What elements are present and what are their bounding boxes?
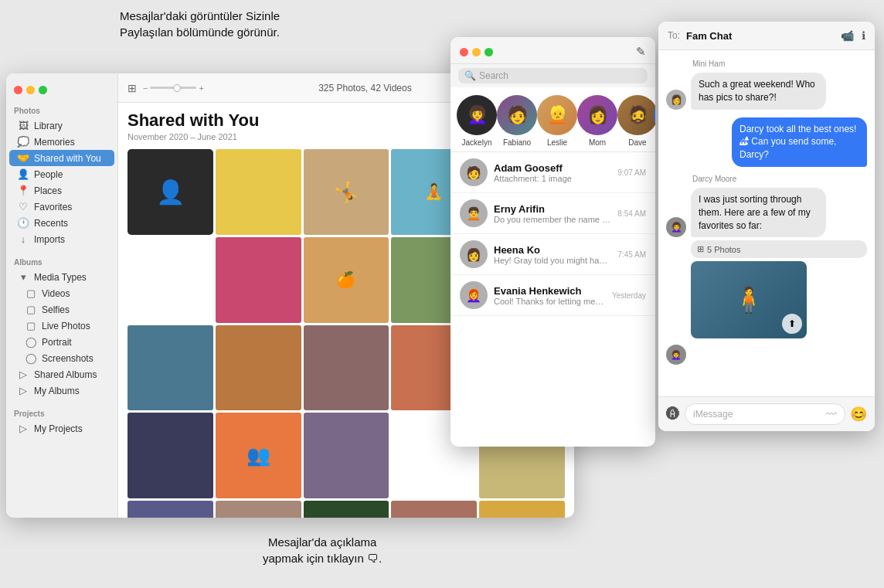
msg-row-received: 👩 Such a great weekend! Who has pics to …	[666, 73, 867, 110]
zoom-slider[interactable]: − +	[143, 83, 204, 93]
pinned-jackelyn[interactable]: 👩‍🦱 Jackelyn	[457, 95, 497, 147]
sidebar-item-places[interactable]: 📍 Places	[9, 182, 114, 199]
sidebar-section-albums: Albums	[6, 253, 117, 269]
photo-cell[interactable]: 🎈	[391, 501, 477, 518]
avatar-leslie: 👱	[537, 95, 577, 135]
close-button[interactable]	[14, 86, 22, 94]
photos-attachment-label[interactable]: ⊞ 5 Photos	[691, 240, 867, 258]
sidebar-item-media-types[interactable]: ▾ Media Types	[9, 269, 114, 285]
pinned-fabiano[interactable]: 🧑 Fabiano	[497, 95, 537, 147]
photo-cell[interactable]: 🍊	[304, 237, 389, 323]
pinned-dave[interactable]: 🧔 Dave	[617, 95, 655, 147]
shared-albums-icon: ▷	[17, 369, 29, 380]
photo-cell[interactable]: 🏊	[479, 501, 565, 518]
chat-header-icons: 📹 ℹ	[841, 29, 865, 42]
pinned-leslie[interactable]: 👱 Leslie	[537, 95, 577, 147]
photo-thumbnail[interactable]: 🧍 ⬆	[691, 261, 807, 338]
avatar-darcy: 👩‍🦱	[666, 217, 686, 237]
sidebar-item-my-albums[interactable]: ▷ My Albums	[9, 382, 114, 399]
to-label: To:	[668, 30, 680, 41]
avatar-evania: 👩‍🦰	[460, 281, 488, 309]
maximize-button[interactable]	[39, 86, 47, 94]
projects-icon: ▷	[17, 423, 29, 434]
avatar-fabiano: 🧑	[497, 95, 537, 135]
bubble-sent: Darcy took all the best ones! 🏕 Can you …	[732, 117, 867, 167]
disclosure-icon: ▾	[17, 271, 29, 283]
my-albums-icon: ▷	[17, 385, 29, 396]
avatar-mom: 👩	[577, 95, 617, 135]
messages-close[interactable]	[460, 48, 468, 56]
photos-grid-icon: ⊞	[697, 244, 704, 254]
chat-header: To: Fam Chat 📹 ℹ	[658, 22, 875, 50]
selfies-icon: ▢	[25, 304, 37, 315]
apps-icon[interactable]: 🅐	[666, 406, 680, 423]
annotation-bottom: Mesajlar'da açıklama yapmak için tıklayı…	[263, 534, 382, 566]
photo-cell[interactable]	[128, 501, 213, 518]
bubble-mini-ham: Such a great weekend! Who has pics to sh…	[691, 73, 826, 110]
recents-icon: 🕐	[17, 217, 29, 229]
conv-heena[interactable]: 👩 Heena Ko Hey! Gray told you might have…	[450, 234, 655, 275]
conv-evania[interactable]: 👩‍🦰 Evania Henkewich Cool! Thanks for le…	[450, 275, 655, 316]
sidebar-item-shared-with-you[interactable]: 🤝 Shared with You	[9, 150, 114, 166]
photo-cell[interactable]: 🧍	[216, 501, 301, 518]
sidebar: Photos 🖼 Library 💭 Memories 🤝 Shared wit…	[6, 73, 118, 518]
msg-group-mini-ham: Mini Ham 👩 Such a great weekend! Who has…	[666, 59, 867, 110]
places-icon: 📍	[17, 185, 29, 196]
sidebar-item-portrait[interactable]: ◯ Portrait	[9, 334, 114, 350]
chat-input-field[interactable]: iMessage 〰	[685, 403, 845, 425]
photo-cell[interactable]: 👪	[304, 501, 389, 518]
sidebar-item-shared-albums[interactable]: ▷ Shared Albums	[9, 366, 114, 382]
photo-cell[interactable]: 🤸	[304, 149, 389, 235]
conv-erny[interactable]: 🧑‍🦱 Erny Arifin Do you remember the name…	[450, 193, 655, 234]
emoji-icon[interactable]: 😊	[850, 406, 867, 423]
sidebar-section-photos: Photos	[6, 102, 117, 117]
avatar-heena: 👩	[460, 240, 488, 268]
messages-minimize[interactable]	[472, 48, 481, 56]
favorites-icon: ♡	[17, 201, 29, 212]
sidebar-item-memories[interactable]: 💭 Memories	[9, 134, 114, 150]
messages-maximize[interactable]	[484, 48, 493, 56]
sidebar-item-library[interactable]: 🖼 Library	[9, 117, 114, 134]
photo-cell[interactable]	[216, 237, 301, 323]
videos-icon: ▢	[25, 287, 37, 299]
sidebar-item-my-projects[interactable]: ▷ My Projects	[9, 420, 114, 437]
imessage-placeholder: iMessage	[693, 409, 733, 420]
messages-search-bar: 🔍 Search	[450, 64, 655, 87]
portrait-icon: ◯	[25, 336, 37, 348]
avatar-erny: 🧑‍🦱	[460, 199, 488, 227]
photo-cell[interactable]	[128, 325, 213, 411]
photo-cell[interactable]	[304, 413, 389, 498]
avatar-mini-ham: 👩	[666, 90, 686, 110]
msg-row-darcy-text: 👩‍🦱 I was just sorting through them. Her…	[666, 188, 867, 237]
sidebar-item-people[interactable]: 👤 People	[9, 166, 114, 182]
conversation-list: 🧑 Adam Gooseff Attachment: 1 image 9:07 …	[450, 152, 655, 447]
photo-cell[interactable]	[216, 149, 301, 235]
photo-cell[interactable]	[216, 325, 301, 411]
sidebar-item-screenshots[interactable]: ◯ Screenshots	[9, 350, 114, 366]
sidebar-item-live-photos[interactable]: ▢ Live Photos	[9, 318, 114, 334]
search-input[interactable]: 🔍 Search	[458, 68, 648, 83]
avatar-jackelyn: 👩‍🦱	[457, 95, 497, 135]
sidebar-item-videos[interactable]: ▢ Videos	[9, 285, 114, 301]
chat-input-bar: 🅐 iMessage 〰 😊	[658, 396, 875, 431]
info-chat-icon[interactable]: ℹ	[862, 29, 865, 42]
photo-cell[interactable]: 👤	[128, 149, 213, 235]
conv-adam[interactable]: 🧑 Adam Gooseff Attachment: 1 image 9:07 …	[450, 152, 655, 193]
messages-list-window: ✎ 🔍 Search 👩‍🦱 Jackelyn 🧑 Fabiano 👱 Lesl…	[450, 37, 655, 447]
sidebar-section-projects: Projects	[6, 405, 117, 420]
photo-cell[interactable]	[128, 413, 213, 498]
minimize-button[interactable]	[26, 86, 35, 94]
sidebar-item-favorites[interactable]: ♡ Favorites	[9, 199, 114, 215]
sidebar-item-selfies[interactable]: ▢ Selfies	[9, 301, 114, 318]
sidebar-item-recents[interactable]: 🕐 Recents	[9, 215, 114, 231]
compose-icon[interactable]: ✎	[636, 45, 646, 59]
traffic-lights	[6, 81, 117, 102]
facetime-icon[interactable]: 📹	[841, 29, 854, 42]
sidebar-item-imports[interactable]: ↓ Imports	[9, 231, 114, 247]
sender-darcy: Darcy Moore	[692, 175, 867, 183]
waveform-icon: 〰	[826, 408, 837, 420]
grid-icon[interactable]: ⊞	[128, 82, 137, 94]
photo-cell[interactable]: 👥	[216, 413, 301, 498]
pinned-mom[interactable]: 👩 Mom	[577, 95, 617, 147]
photo-cell[interactable]	[304, 325, 389, 411]
